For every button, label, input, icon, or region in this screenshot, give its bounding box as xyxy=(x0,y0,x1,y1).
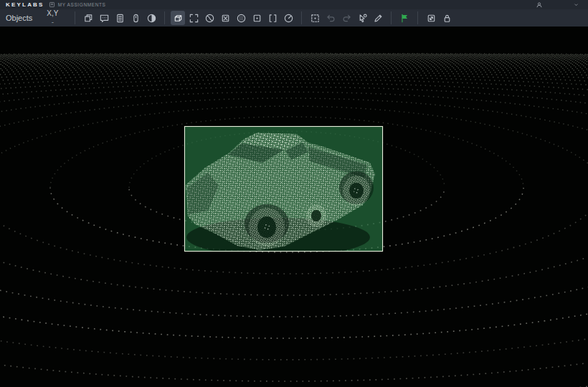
coord-value: - xyxy=(52,19,54,26)
comment-icon xyxy=(99,13,110,24)
selection-bounding-box[interactable] xyxy=(184,126,383,252)
tool-flag-button[interactable] xyxy=(397,11,412,25)
app-window: KEYLABS MY ASSIGNMENTS Objects X,Y - xyxy=(0,0,588,387)
toolbar xyxy=(80,11,455,25)
point-cloud-viewport[interactable] xyxy=(0,0,588,387)
toolbar-divider xyxy=(164,11,165,24)
box-point-icon xyxy=(252,13,262,24)
contrast-icon xyxy=(146,13,157,24)
app-header-row: KEYLABS MY ASSIGNMENTS xyxy=(0,0,588,9)
cuboid-icon xyxy=(173,13,184,24)
flag-icon xyxy=(399,13,410,24)
tool-sphere-button[interactable] xyxy=(202,11,217,25)
toolbar-divider xyxy=(301,11,302,24)
tool-frame-button[interactable] xyxy=(265,11,280,25)
keylabs-logo: KEYLABS xyxy=(6,1,44,8)
coordinate-readout: X,Y - xyxy=(47,10,58,26)
sphere-icon xyxy=(204,13,215,24)
tool-cursor-settings-button[interactable] xyxy=(355,11,369,25)
tool-rotate-cube-button[interactable] xyxy=(424,11,438,25)
region-select-icon xyxy=(310,13,321,24)
clone-icon xyxy=(83,13,94,24)
toolbar-divider xyxy=(391,11,392,24)
account-icon[interactable] xyxy=(536,1,543,9)
frame-icon xyxy=(267,13,278,24)
tool-dot-sphere-button[interactable] xyxy=(234,11,248,25)
tool-mouse-button[interactable] xyxy=(128,11,143,25)
tool-cuboid-button[interactable] xyxy=(171,11,185,25)
tool-clone-button[interactable] xyxy=(81,11,95,25)
objects-panel-label[interactable]: Objects xyxy=(6,14,32,22)
assignments-icon xyxy=(49,1,55,8)
rotate-cube-icon xyxy=(426,13,437,24)
speed-icon xyxy=(283,13,294,24)
tool-redo-button[interactable] xyxy=(339,11,354,25)
undo-icon xyxy=(326,13,336,24)
expand-icon xyxy=(189,13,199,24)
top-bar: KEYLABS MY ASSIGNMENTS Objects X,Y - xyxy=(0,0,588,27)
lock-icon xyxy=(442,13,452,24)
tool-comment-button[interactable] xyxy=(97,11,111,25)
cursor-settings-icon xyxy=(357,13,368,24)
document-icon xyxy=(115,13,125,24)
tool-speed-button[interactable] xyxy=(281,11,295,25)
tool-document-button[interactable] xyxy=(113,11,127,25)
menu-caret-icon[interactable] xyxy=(573,1,579,8)
tool-region-select-button[interactable] xyxy=(308,11,322,25)
tool-pencil-button[interactable] xyxy=(371,11,385,25)
toolbar-divider xyxy=(417,11,418,24)
coord-label: X,Y xyxy=(47,10,58,17)
pencil-icon xyxy=(373,13,384,24)
tool-expand-button[interactable] xyxy=(186,11,201,25)
redo-icon xyxy=(341,13,352,24)
tool-box-x-button[interactable] xyxy=(218,11,232,25)
nav-my-assignments[interactable]: MY ASSIGNMENTS xyxy=(58,2,106,7)
toolbar-row: Objects X,Y - xyxy=(0,9,588,27)
tool-box-point-button[interactable] xyxy=(250,11,264,25)
mouse-icon xyxy=(131,13,141,24)
dot-sphere-icon xyxy=(236,13,247,24)
tool-contrast-button[interactable] xyxy=(144,11,158,25)
box-x-icon xyxy=(220,13,231,24)
tool-undo-button[interactable] xyxy=(323,11,338,25)
toolbar-divider xyxy=(75,11,75,24)
tool-lock-button[interactable] xyxy=(440,11,454,25)
